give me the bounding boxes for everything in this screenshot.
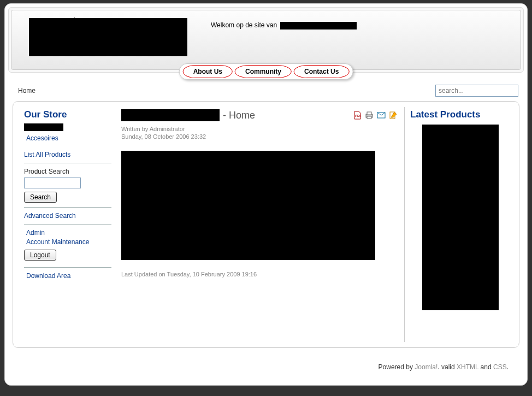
link-advanced-search[interactable]: Advanced Search <box>24 212 111 220</box>
top-nav: About Us Community Contact Us <box>179 63 353 80</box>
welcome-redacted <box>280 22 357 29</box>
link-accesoires[interactable]: Accesoires <box>26 134 111 142</box>
print-icon[interactable] <box>365 111 374 120</box>
logout-button[interactable]: Logout <box>24 250 56 261</box>
logo-redacted <box>29 18 187 56</box>
link-xhtml[interactable]: XHTML <box>457 363 478 371</box>
separator <box>24 163 111 163</box>
link-admin[interactable]: Admin <box>26 229 111 237</box>
nav-about-us[interactable]: About Us <box>183 65 233 78</box>
footer-dot: . <box>507 363 509 371</box>
article-title-redacted <box>121 109 220 121</box>
article-date: Sunday, 08 October 2006 23:32 <box>121 133 398 140</box>
page-container: ∴ Welkom op de site van About Us Communi… <box>4 3 528 386</box>
latest-products-title: Latest Products <box>410 109 510 120</box>
article-body-redacted <box>121 151 375 260</box>
article-header: - Home PDF <box>121 109 398 121</box>
article-toolbar: PDF <box>353 111 398 120</box>
header: ∴ Welkom op de site van <box>11 10 521 70</box>
link-download-area[interactable]: Download Area <box>26 272 111 280</box>
article-author: Written by Administrator <box>121 126 398 132</box>
footer-valid: . valid <box>438 363 457 371</box>
svg-text:PDF: PDF <box>355 114 362 117</box>
product-search-input[interactable] <box>24 178 81 188</box>
link-css[interactable]: CSS <box>493 363 507 371</box>
header-wrapper: ∴ Welkom op de site van About Us Communi… <box>8 7 524 73</box>
footer: Powered by Joomla!. valid XHTML and CSS. <box>8 353 524 382</box>
pdf-icon[interactable]: PDF <box>353 111 362 120</box>
separator <box>24 224 111 224</box>
our-store-title: Our Store <box>24 109 111 120</box>
article-last-updated: Last Updated on Tuesday, 10 February 200… <box>121 271 398 277</box>
article-title-suffix: - Home <box>223 110 255 121</box>
footer-powered: Powered by <box>379 363 415 371</box>
store-redacted <box>24 123 63 131</box>
sidebar-left: Our Store Accesoires List All Products P… <box>16 107 115 342</box>
nav-contact-us[interactable]: Contact Us <box>294 65 349 78</box>
footer-and: and <box>478 363 493 371</box>
link-account-maintenance[interactable]: Account Maintenance <box>26 238 111 246</box>
search-button[interactable]: Search <box>24 192 57 203</box>
edit-icon[interactable] <box>389 111 398 120</box>
link-list-all-products[interactable]: List All Products <box>24 151 111 158</box>
search-input[interactable] <box>435 85 518 97</box>
sidebar-right: Latest Products <box>404 107 516 342</box>
link-joomla[interactable]: Joomla! <box>415 363 438 371</box>
svg-rect-3 <box>367 112 371 115</box>
main-area: Our Store Accesoires List All Products P… <box>13 101 519 348</box>
welcome-label: Welkom op de site van <box>211 21 279 29</box>
svg-rect-4 <box>367 116 371 119</box>
separator <box>24 267 111 268</box>
welcome-text: Welkom op de site van <box>211 21 357 29</box>
nav-community[interactable]: Community <box>235 65 292 78</box>
separator <box>24 207 111 208</box>
content-main: - Home PDF Written by Administ <box>115 107 404 342</box>
latest-products-redacted <box>422 125 499 310</box>
product-search-label: Product Search <box>24 168 111 175</box>
email-icon[interactable] <box>377 111 386 120</box>
breadcrumb: Home <box>18 87 36 94</box>
